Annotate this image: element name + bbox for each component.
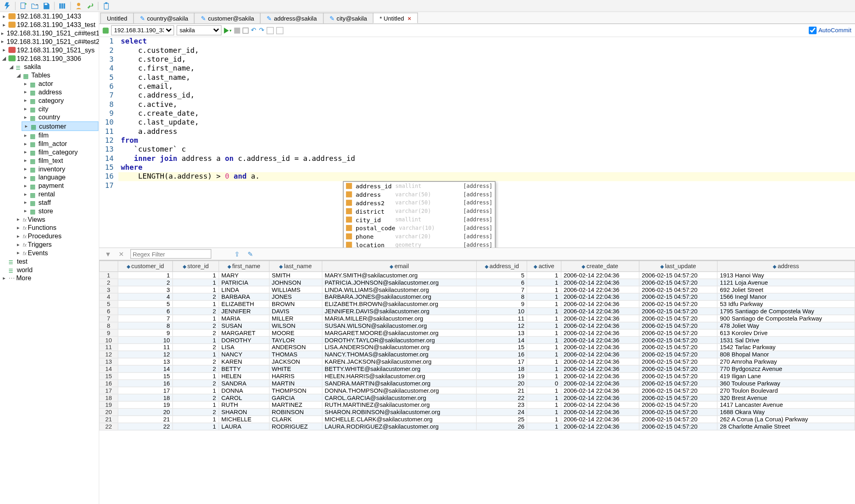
autocomplete-item[interactable]: postal_codevarchar(10)[address] (344, 224, 495, 232)
code-line[interactable]: 11 a.address (99, 127, 855, 136)
code-line[interactable]: 16 LENGTH(a.address) > 0 and a. (99, 172, 855, 181)
code-line[interactable]: 3 c.store_id, (99, 55, 855, 64)
connection-node[interactable]: ▸192.168.31.190_1433_test (0, 21, 98, 29)
format-icon[interactable] (276, 27, 284, 34)
connection-node[interactable]: ▸192.168.31.190_1521_c##test1 (0, 29, 98, 37)
regex-filter-input[interactable] (130, 249, 211, 259)
table-row[interactable]: 221PATRICIAJOHNSONPATRICIA.JOHNSON@sakil… (99, 279, 855, 286)
filter-clear-icon[interactable]: ✕ (117, 250, 125, 258)
table-row[interactable]: 15151HELENHARRISHELEN.HARRIS@sakilacusto… (99, 373, 855, 380)
table-node[interactable]: ▸country (22, 113, 99, 121)
code-line[interactable]: 14 inner join address a on c.address_id … (99, 154, 855, 163)
schema-select[interactable]: sakila (177, 25, 222, 35)
table-node[interactable]: ▸customer (22, 121, 99, 131)
code-line[interactable]: 2 c.customer_id, (99, 46, 855, 55)
table-row[interactable]: 12121NANCYTHOMASNANCY.THOMAS@sakilacusto… (99, 351, 855, 358)
export-icon[interactable]: ⇪ (233, 250, 242, 258)
code-line[interactable]: 12from (99, 136, 855, 145)
schema-folder[interactable]: ▸Views (15, 215, 98, 223)
table-row[interactable]: 20202SHARONROBINSONSHARON.ROBINSON@sakil… (99, 408, 855, 416)
autocomplete-item[interactable]: districtvarchar(20)[address] (344, 207, 495, 216)
database-node[interactable]: ◢sakila (7, 62, 98, 71)
new-file-icon[interactable] (19, 1, 28, 10)
table-node[interactable]: ▸address (22, 87, 99, 96)
wrench-icon[interactable] (85, 1, 95, 10)
autocomplete-item[interactable]: locationgeometry[address] (344, 241, 495, 247)
table-row[interactable]: 331LINDAWILLIAMSLINDA.WILLIAMS@sakilacus… (99, 286, 855, 293)
stop-all-button[interactable] (242, 27, 248, 33)
autocommit-toggle[interactable]: AutoCommit (809, 27, 851, 34)
table-row[interactable]: 771MARIAMILLERMARIA.MILLER@sakilacustome… (99, 315, 855, 322)
table-row[interactable]: 18182CAROLGARCIACAROL.GARCIA@sakilacusto… (99, 394, 855, 401)
autocomplete-item[interactable]: phonevarchar(20)[address] (344, 232, 495, 241)
schema-folder[interactable]: ▸Functions (15, 223, 98, 232)
table-node[interactable]: ▸staff (22, 198, 99, 206)
code-line[interactable]: 7 c.address_id, (99, 91, 855, 100)
columns-icon[interactable] (58, 1, 67, 10)
code-line[interactable]: 6 c.email, (99, 82, 855, 91)
sql-editor[interactable]: 1select2 c.customer_id,3 c.store_id,4 c.… (99, 37, 855, 247)
table-row[interactable]: 442BARBARAJONESBARBARA.JONES@sakilacusto… (99, 293, 855, 300)
editor-tab[interactable]: ✎address@sakila (260, 12, 323, 23)
table-row[interactable]: 22221LAURARODRIGUEZLAURA.RODRIGUEZ@sakil… (99, 423, 855, 430)
code-line[interactable]: 9 c.create_date, (99, 109, 855, 118)
column-header[interactable]: ◆last_update (639, 261, 717, 272)
schema-folder[interactable]: ▸Events (15, 248, 98, 257)
table-row[interactable]: 882SUSANWILSONSUSAN.WILSON@sakilacustome… (99, 322, 855, 329)
edit-icon[interactable]: ✎ (246, 250, 254, 258)
table-node[interactable]: ▸film_actor (22, 139, 99, 148)
table-row[interactable]: 662JENNIFERDAVISJENNIFER.DAVIS@sakilacus… (99, 308, 855, 315)
autocomplete-item[interactable]: address2varchar(50)[address] (344, 199, 495, 207)
code-line[interactable]: 5 c.last_name, (99, 73, 855, 82)
autocomplete-item[interactable]: addressvarchar(50)[address] (344, 190, 495, 199)
table-node[interactable]: ▸store (22, 206, 99, 215)
results-grid[interactable]: ◆customer_id◆store_id◆first_name◆last_na… (99, 260, 855, 504)
table-row[interactable]: 17171DONNATHOMPSONDONNA.THOMPSON@sakilac… (99, 387, 855, 394)
connection-tree[interactable]: ▸192.168.31.190_1433▸192.168.31.190_1433… (0, 12, 99, 504)
column-header[interactable]: ◆first_name (219, 261, 269, 272)
autocomplete-popup[interactable]: address_idsmallint[address]addressvarcha… (343, 181, 495, 248)
save-icon[interactable] (42, 1, 51, 10)
run-button[interactable]: ▾ (224, 27, 231, 33)
table-node[interactable]: ▸actor (22, 79, 99, 88)
table-node[interactable]: ▸category (22, 96, 99, 104)
table-row[interactable]: 13132KARENJACKSONKAREN.JACKSON@sakilacus… (99, 358, 855, 365)
editor-tab[interactable]: ✎city@sakila (323, 12, 373, 23)
connection-node[interactable]: ◢192.168.31.190_3306 (0, 54, 98, 62)
lightning-icon[interactable] (2, 1, 12, 10)
connection-node[interactable]: ▸192.168.31.190_1521_c##test2 (0, 37, 98, 46)
code-line[interactable]: 15where (99, 163, 855, 172)
autocomplete-item[interactable]: address_idsmallint[address] (344, 182, 495, 190)
user-icon[interactable] (74, 1, 83, 10)
table-row[interactable]: 14142BETTYWHITEBETTY.WHITE@sakilacustome… (99, 365, 855, 373)
column-header[interactable]: ◆email (322, 261, 476, 272)
paste-icon[interactable] (102, 1, 111, 10)
filter-toggle-icon[interactable]: ▼ (104, 250, 113, 258)
code-line[interactable]: 4 c.first_name, (99, 64, 855, 73)
table-node[interactable]: ▸film_category (22, 148, 99, 156)
table-row[interactable]: 551ELIZABETHBROWNELIZABETH.BROWN@sakilac… (99, 300, 855, 308)
database-node[interactable]: test (0, 257, 98, 265)
database-node[interactable]: world (0, 265, 98, 274)
editor-tab[interactable]: Untitled (100, 12, 134, 23)
table-node[interactable]: ▸language (22, 173, 99, 181)
column-header[interactable]: ◆store_id (173, 261, 219, 272)
column-header[interactable]: ◆create_date (561, 261, 639, 272)
editor-tab[interactable]: ✎customer@sakila (194, 12, 261, 23)
table-node[interactable]: ▸rental (22, 190, 99, 198)
stop-button[interactable] (234, 27, 240, 33)
rollback-icon[interactable]: ↷ (259, 27, 264, 34)
column-header[interactable]: ◆active (527, 261, 561, 272)
table-row[interactable]: 19191RUTHMARTINEZRUTH.MARTINEZ@sakilacus… (99, 401, 855, 408)
tables-folder[interactable]: ◢Tables (15, 71, 98, 79)
table-row[interactable]: 21211MICHELLECLARKMICHELLE.CLARK@sakilac… (99, 416, 855, 423)
code-line[interactable]: 10 c.last_update, (99, 118, 855, 127)
connection-node[interactable]: ▸192.168.31.190_1521_sys (0, 46, 98, 54)
editor-tab[interactable]: * Untitled× (373, 12, 418, 23)
editor-tab[interactable]: ✎country@sakila (133, 12, 195, 23)
table-row[interactable]: 111MARYSMITHMARY.SMITH@sakilacustomer.or… (99, 272, 855, 279)
table-row[interactable]: 10101DOROTHYTAYLORDOROTHY.TAYLOR@sakilac… (99, 336, 855, 344)
table-node[interactable]: ▸city (22, 104, 99, 113)
autocomplete-item[interactable]: city_idsmallint[address] (344, 215, 495, 224)
table-node[interactable]: ▸film_text (22, 156, 99, 165)
